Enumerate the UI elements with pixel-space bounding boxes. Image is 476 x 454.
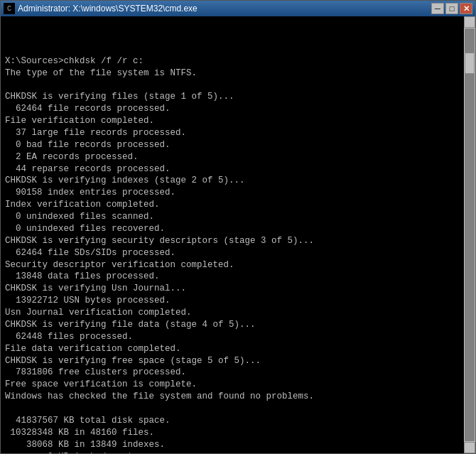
terminal-line: CHKDSK is verifying files (stage 1 of 5)… [5, 91, 471, 103]
terminal-line: 41837567 KB total disk space. [5, 415, 471, 427]
terminal-line: File verification completed. [5, 115, 471, 127]
terminal-line: 38068 KB in 13849 indexes. [5, 439, 471, 451]
terminal-line: 62448 files processed. [5, 331, 471, 343]
scrollbar[interactable]: ▲ ▼ [464, 16, 475, 453]
scrollbar-track[interactable] [465, 28, 475, 441]
terminal-line: 0 bad file records processed. [5, 139, 471, 151]
terminal-line: 62464 file SDs/SIDs processed. [5, 247, 471, 259]
close-button[interactable]: ✕ [460, 3, 472, 14]
scrollbar-thumb[interactable] [465, 53, 475, 74]
terminal-line: CHKDSK is verifying file data (stage 4 o… [5, 319, 471, 331]
terminal-line: 0 unindexed files recovered. [5, 223, 471, 235]
terminal-line [5, 79, 471, 91]
window-controls: ─ □ ✕ [431, 3, 472, 14]
terminal-line: Windows has checked the file system and … [5, 391, 471, 403]
cmd-icon: C [4, 3, 15, 14]
title-bar: C Administrator: X:\windows\SYSTEM32\cmd… [1, 1, 475, 16]
minimize-button[interactable]: ─ [431, 3, 444, 14]
terminal-line: 62464 file records processed. [5, 103, 471, 115]
cmd-window: C Administrator: X:\windows\SYSTEM32\cmd… [0, 0, 476, 454]
terminal-line: 37 large file records processed. [5, 127, 471, 139]
terminal-line: Security descriptor verification complet… [5, 259, 471, 271]
terminal-line: CHKDSK is verifying free space (stage 5 … [5, 355, 471, 367]
terminal-line: Index verification completed. [5, 199, 471, 211]
terminal-line: X:\Sources>chkdsk /f /r c: [5, 55, 471, 67]
terminal-line: 90158 index entries processed. [5, 187, 471, 199]
terminal-output: ▲ ▼ X:\Sources>chkdsk /f /r c:The type o… [1, 16, 475, 453]
terminal-line: File data verification completed. [5, 343, 471, 355]
terminal-line: CHKDSK is verifying indexes (stage 2 of … [5, 175, 471, 187]
terminal-line: 2 EA records processed. [5, 151, 471, 163]
scroll-down-arrow[interactable]: ▼ [464, 442, 475, 453]
terminal-line: 7831806 free clusters processed. [5, 367, 471, 379]
terminal-line: 10328348 KB in 48160 files. [5, 427, 471, 439]
terminal-line: 13848 data files processed. [5, 271, 471, 283]
maximize-button[interactable]: □ [445, 3, 458, 14]
title-bar-text: Administrator: X:\windows\SYSTEM32\cmd.e… [18, 4, 198, 13]
terminal-line: Usn Journal verification completed. [5, 307, 471, 319]
terminal-line: 44 reparse records processed. [5, 163, 471, 175]
terminal-line: The type of the file system is NTFS. [5, 67, 471, 80]
terminal-line: CHKDSK is verifying security descriptors… [5, 235, 471, 247]
terminal-line: CHKDSK is verifying Usn Journal... [5, 283, 471, 295]
terminal-lines: X:\Sources>chkdsk /f /r c:The type of th… [5, 55, 471, 453]
terminal-line: 0 KB in bad sectors. [5, 451, 471, 454]
title-bar-left: C Administrator: X:\windows\SYSTEM32\cmd… [4, 3, 198, 14]
terminal-line: 0 unindexed files scanned. [5, 211, 471, 223]
terminal-line [5, 403, 471, 415]
scroll-up-arrow[interactable]: ▲ [464, 16, 475, 28]
terminal-line: Free space verification is complete. [5, 379, 471, 391]
terminal-line: 13922712 USN bytes processed. [5, 295, 471, 307]
